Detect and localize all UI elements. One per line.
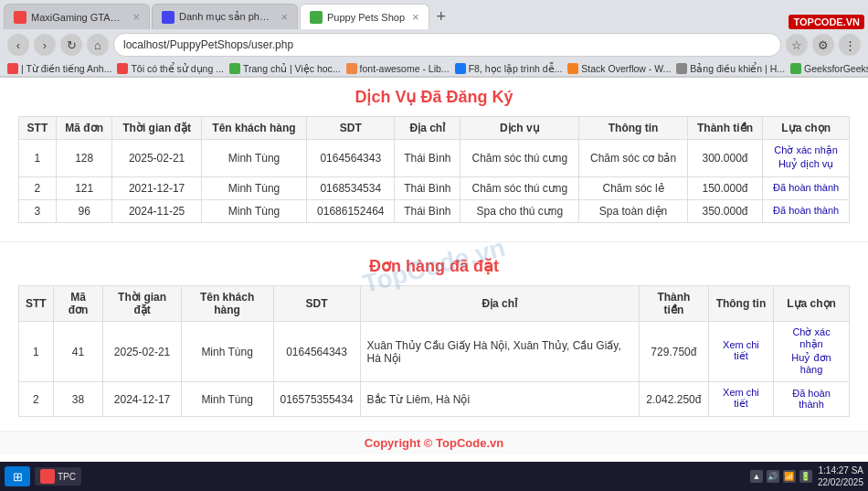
cell-thongTin: Chăm sóc cơ bản [579,140,687,177]
windows-icon: ⊞ [13,470,23,484]
action-link[interactable]: Huỷ dịch vụ [769,158,842,170]
network-icon: 📶 [783,470,796,483]
table-row: 1 128 2025-02-21 Minh Tùng 0164564343 Th… [19,140,850,177]
col-diaChi-2: Địa chỉ [360,286,639,322]
cell-sdt: 0164564343 [307,140,395,177]
new-tab-button[interactable]: + [431,5,452,29]
action-link[interactable]: Huỷ đơn hàng [780,352,842,375]
address-input[interactable] [113,33,781,57]
start-button[interactable]: ⊞ [5,466,30,486]
col-stt-2: STT [19,286,54,322]
cell-dichVu: Chăm sóc thú cưng [460,140,579,177]
tab-2[interactable]: Danh mục sản phẩm × [152,4,298,29]
bookmark-5[interactable]: F8, học lập trình dễ... [455,63,563,74]
bookmark-2[interactable]: Tôi có thể sử dụng ... [117,63,224,74]
table-row: 1 41 2025-02-21 Minh Tùng 0164564343 Xuâ… [19,322,850,382]
cell-maDon: 121 [56,177,112,200]
col-luaChon-2: Lựa chọn [774,286,850,322]
system-tray: ▲ 🔊 📶 🔋 [750,470,812,483]
bookmark-favicon-6 [567,63,578,74]
cell-actions: Đã hoàn thành [763,177,850,200]
tab-close-1[interactable]: × [132,10,140,24]
action-link[interactable]: Đã hoàn thành [769,205,842,216]
cell-sdt: 01686152464 [307,200,395,223]
view-detail-link[interactable]: Xem chi tiết [715,387,767,410]
bookmark-1[interactable]: | Từ điền tiếng Anh... [7,63,111,74]
section-services: Dịch Vụ Đã Đăng Ký STT Mã đơn Thời gian … [0,78,868,237]
wifi-icon: ▲ [750,470,763,483]
taskbar-app[interactable]: TPC [35,467,81,486]
cell-stt: 1 [19,322,54,382]
services-table: STT Mã đơn Thời gian đặt Tên khách hàng … [18,116,850,223]
tab-favicon-2 [162,11,175,24]
page-footer: Copyright © TopCode.vn [0,431,868,454]
col-thanhTien-1: Thành tiền [687,117,763,140]
bookmark-label-5: F8, học lập trình dễ... [469,63,563,74]
tab-1[interactable]: MaxiGaming GTA5 Video P... × [4,4,150,29]
cell-diaChi: Xuân Thủy Cầu Giấy Hà Nội, Xuân Thủy, Cầ… [360,322,639,382]
cell-diaChi: Thái Bình [395,140,460,177]
tab-close-2[interactable]: × [281,10,288,24]
col-luaChon-1: Lựa chọn [763,117,850,140]
cell-thoiGian: 2025-02-21 [112,140,201,177]
tab-close-3[interactable]: × [412,10,419,24]
bookmark-favicon-3 [229,63,240,74]
cell-stt: 2 [19,177,57,200]
footer-text: Copyright © [365,436,433,450]
action-link[interactable]: Đã hoàn thành [780,388,842,410]
bookmark-6[interactable]: Stack Overflow - W... [567,63,671,74]
cell-stt: 2 [19,382,54,417]
col-tenKH-2: Tên khách hàng [181,286,273,322]
cell-dichVu: Spa cho thú cưng [460,200,579,223]
col-maDon-2: Mã đơn [53,286,103,322]
table-row: 2 121 2021-12-17 Minh Tùng 0168534534 Th… [19,177,850,200]
action-link[interactable]: Chờ xác nhận [780,326,842,350]
col-dichVu-1: Dịch vụ [460,117,579,140]
forward-button[interactable]: › [34,34,56,56]
bookmark-label-4: font-awesome - Lib... [360,63,450,74]
extensions-button[interactable]: ⚙ [812,34,834,56]
bookmark-7[interactable]: Bảng điều khiển | H... [676,63,785,74]
col-sdt-2: SDT [273,286,360,322]
col-thoiGian-1: Thời gian đặt [112,117,201,140]
topcode-logo: TOPCODE.VN [789,15,864,29]
bookmark-4[interactable]: font-awesome - Lib... [346,63,450,74]
action-link[interactable]: Đã hoàn thành [769,182,842,193]
cell-stt: 3 [19,200,57,223]
col-thanhTien-2: Thành tiền [639,286,708,322]
cell-tenKH: Minh Tùng [201,177,306,200]
cell-thoiGian: 2021-12-17 [112,177,201,200]
cell-thanhTien: 150.000đ [687,177,763,200]
footer-brand: TopCode.vn [436,436,503,450]
col-maDon-1: Mã đơn [56,117,112,140]
cell-stt: 1 [19,140,57,177]
cell-diaChi: Thái Bình [395,177,460,200]
cell-thoiGian: 2025-02-21 [103,322,181,382]
cell-thoiGian: 2024-11-25 [112,200,201,223]
table-row: 3 96 2024-11-25 Minh Tùng 01686152464 Th… [19,200,850,223]
cell-tenKH: Minh Tùng [201,140,306,177]
taskbar: ⊞ TPC ▲ 🔊 📶 🔋 1:14:27 SA 22/02/2025 [0,462,868,491]
volume-icon: 🔊 [767,470,779,483]
cell-maDon: 96 [56,200,112,223]
action-link[interactable]: Chờ xác nhận [769,144,842,156]
star-button[interactable]: ☆ [786,34,808,56]
home-button[interactable]: ⌂ [87,34,109,56]
view-detail-link[interactable]: Xem chi tiết [715,339,767,362]
bookmark-label-3: Trang chủ | Việc hoc... [243,63,341,74]
bookmark-favicon-8 [790,63,801,74]
back-button[interactable]: ‹ [7,34,29,56]
bookmark-8[interactable]: GeeksforGeeks [790,63,868,74]
tab-3[interactable]: Puppy Pets Shop × [300,4,429,29]
reload-button[interactable]: ↻ [60,34,82,56]
col-tenKH-1: Tên khách hàng [201,117,306,140]
cell-thoiGian: 2024-12-17 [103,382,181,417]
col-diaChi-1: Địa chỉ [395,117,460,140]
clock: 1:14:27 SA 22/02/2025 [818,464,863,488]
bookmark-label-8: GeeksforGeeks [804,63,868,74]
bookmark-3[interactable]: Trang chủ | Việc hoc... [229,63,341,74]
col-stt-1: STT [19,117,57,140]
app-icon [40,469,55,484]
menu-button[interactable]: ⋮ [839,34,861,56]
browser-chrome: MaxiGaming GTA5 Video P... × Danh mục sả… [0,0,868,78]
